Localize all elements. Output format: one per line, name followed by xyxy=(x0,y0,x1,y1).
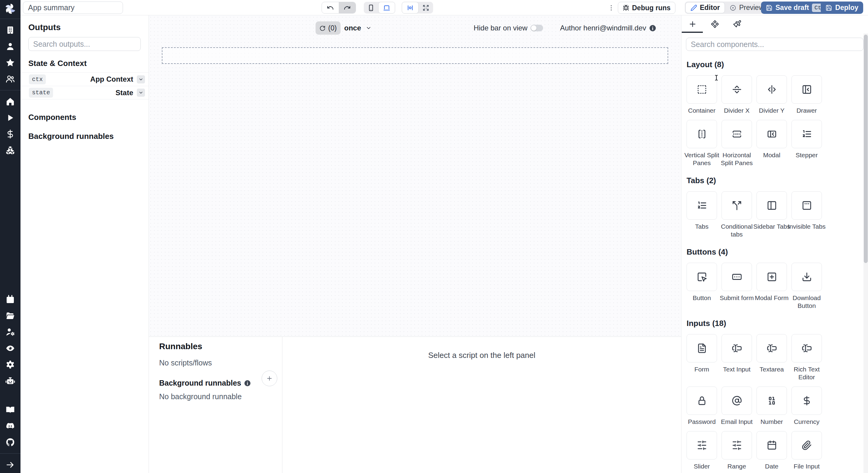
component-card-box[interactable] xyxy=(756,191,787,220)
component-card-rich-text-editor[interactable]: Rich Text Editor xyxy=(792,334,822,381)
tab-insert-component[interactable] xyxy=(681,15,704,33)
book-icon[interactable] xyxy=(5,405,15,415)
user-icon[interactable] xyxy=(5,41,15,51)
debug-runs-button[interactable]: Debug runs xyxy=(618,2,675,14)
component-card-modal[interactable]: Modal xyxy=(756,120,787,167)
home-icon[interactable] xyxy=(5,97,15,106)
app-summary-input[interactable] xyxy=(23,1,123,14)
panel-scrollbar[interactable] xyxy=(864,33,868,473)
undo-button[interactable] xyxy=(322,2,339,13)
redo-button[interactable] xyxy=(339,2,355,13)
component-card-box[interactable] xyxy=(756,75,787,104)
component-card-button[interactable]: Button xyxy=(687,263,717,310)
component-card-box[interactable] xyxy=(792,75,822,104)
component-card-tabs[interactable]: Tabs xyxy=(687,191,717,238)
component-card-box[interactable] xyxy=(687,386,717,415)
calendar-icon[interactable] xyxy=(5,295,15,304)
component-card-box[interactable] xyxy=(792,386,822,415)
search-outputs-input[interactable] xyxy=(28,37,141,51)
component-card-box[interactable] xyxy=(792,263,822,291)
tab-styling[interactable] xyxy=(726,15,748,33)
scrollbar-thumb[interactable] xyxy=(864,35,868,263)
component-card-box[interactable] xyxy=(721,334,752,362)
component-card-box[interactable] xyxy=(721,120,752,148)
editor-tab[interactable]: Editor xyxy=(685,2,725,13)
discord-icon[interactable] xyxy=(5,421,15,431)
component-card-box[interactable] xyxy=(721,75,752,104)
component-card-box[interactable] xyxy=(756,431,787,460)
component-card-modal-form[interactable]: Modal Form xyxy=(756,263,787,310)
component-card-box[interactable] xyxy=(687,120,717,148)
component-card-sidebar-tabs[interactable]: Sidebar Tabs xyxy=(756,191,787,238)
state-expand-button[interactable] xyxy=(137,89,145,97)
center-align-button[interactable] xyxy=(402,2,418,13)
component-card-conditional-tabs[interactable]: Conditional tabs xyxy=(721,191,752,238)
hide-bar-toggle[interactable] xyxy=(530,25,543,31)
folder-icon[interactable] xyxy=(5,311,15,321)
component-card-box[interactable] xyxy=(756,263,787,291)
component-card-textarea[interactable]: Textarea xyxy=(756,334,787,381)
component-card-number[interactable]: Number xyxy=(756,386,787,426)
bg-runnables-info-icon[interactable] xyxy=(244,380,251,387)
author-info-icon[interactable] xyxy=(649,24,656,32)
play-icon[interactable] xyxy=(5,113,15,123)
users-icon[interactable] xyxy=(5,74,15,84)
component-card-invisible-tabs[interactable]: Invisible Tabs xyxy=(792,191,822,238)
component-card-vertical-split-panes[interactable]: Vertical Split Panes xyxy=(687,120,717,167)
component-card-divider-y[interactable]: Divider Y xyxy=(756,75,787,115)
component-card-range[interactable]: Range xyxy=(721,431,752,470)
more-menu-button[interactable] xyxy=(607,3,616,13)
component-card-currency[interactable]: Currency xyxy=(792,386,822,426)
component-card-box[interactable] xyxy=(792,120,822,148)
app-canvas[interactable]: (0) once Hide bar on view Author henri@w… xyxy=(149,15,681,337)
component-card-download-button[interactable]: Download Button xyxy=(792,263,822,310)
component-card-box[interactable] xyxy=(721,191,752,220)
boxes-icon[interactable] xyxy=(5,146,15,155)
tab-component-settings[interactable] xyxy=(704,15,726,33)
component-card-text-input[interactable]: Text Input xyxy=(721,334,752,381)
component-card-box[interactable] xyxy=(756,334,787,362)
component-card-box[interactable] xyxy=(721,431,752,460)
component-card-box[interactable] xyxy=(687,263,717,291)
dollar-icon[interactable] xyxy=(5,129,15,139)
search-components-input[interactable] xyxy=(686,38,864,51)
component-card-box[interactable] xyxy=(756,386,787,415)
ctx-row[interactable]: ctx App Context xyxy=(21,72,149,86)
expand-button[interactable] xyxy=(418,2,433,13)
gear-icon[interactable] xyxy=(5,360,15,369)
component-card-box[interactable] xyxy=(687,75,717,104)
component-card-password[interactable]: Password xyxy=(687,386,717,426)
component-card-box[interactable] xyxy=(721,263,752,291)
component-card-date[interactable]: Date xyxy=(756,431,787,470)
component-card-box[interactable] xyxy=(792,334,822,362)
state-row[interactable]: state State xyxy=(21,86,149,99)
component-card-box[interactable] xyxy=(792,431,822,460)
github-icon[interactable] xyxy=(5,437,15,447)
component-card-stepper[interactable]: Stepper xyxy=(792,120,822,167)
component-dropzone[interactable] xyxy=(162,47,668,64)
arrow-right-icon[interactable] xyxy=(5,460,15,470)
component-card-horizontal-split-panes[interactable]: Horizontal Split Panes xyxy=(721,120,752,167)
component-card-container[interactable]: Container xyxy=(687,75,717,115)
eye-icon[interactable] xyxy=(5,343,15,353)
refresh-button[interactable]: (0) xyxy=(315,21,341,35)
deploy-button[interactable]: Deploy xyxy=(821,1,863,14)
star-icon[interactable] xyxy=(5,58,15,67)
component-card-box[interactable] xyxy=(756,120,787,148)
component-card-file-input[interactable]: File Input xyxy=(792,431,822,470)
component-card-box[interactable] xyxy=(792,191,822,220)
component-card-slider[interactable]: Slider xyxy=(687,431,717,470)
component-card-drawer[interactable]: Drawer xyxy=(792,75,822,115)
component-card-box[interactable] xyxy=(687,334,717,362)
bot-icon[interactable] xyxy=(5,376,15,386)
building-icon[interactable] xyxy=(5,25,15,35)
user-cog-icon[interactable] xyxy=(5,327,15,337)
refresh-mode-dropdown[interactable]: once xyxy=(344,21,372,35)
component-card-box[interactable] xyxy=(721,386,752,415)
component-card-submit-form[interactable]: Submit form xyxy=(721,263,752,310)
component-card-divider-x[interactable]: Divider X xyxy=(721,75,752,115)
desktop-view-button[interactable] xyxy=(378,2,395,13)
windmill-logo-icon[interactable] xyxy=(3,2,17,16)
component-card-form[interactable]: Form xyxy=(687,334,717,381)
mobile-view-button[interactable] xyxy=(364,2,378,13)
